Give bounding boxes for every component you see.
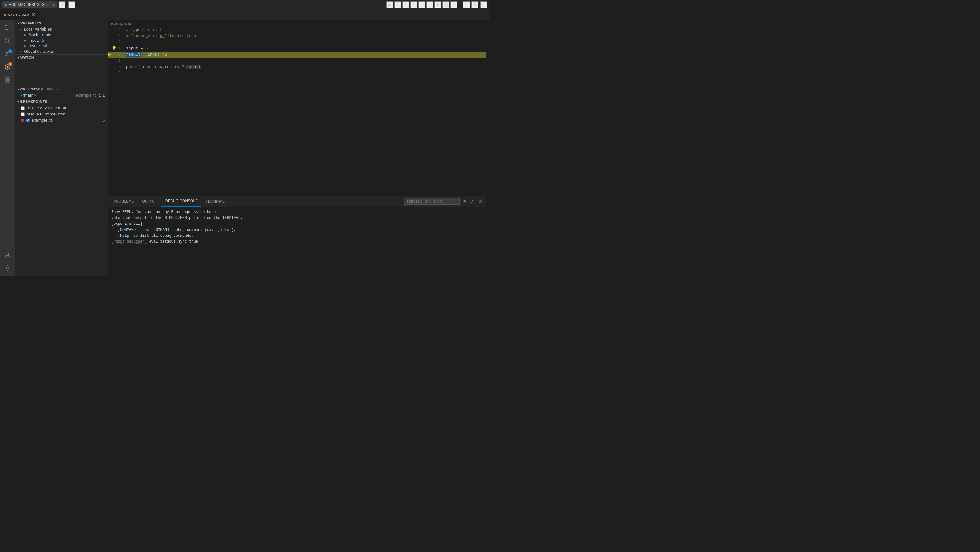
bp-rescue-runtime: rescue RuntimeError (15, 111, 108, 117)
console-line-2: Note that output to the STDOUT/ERR print… (111, 215, 483, 221)
tab-debug-console[interactable]: DEBUG CONSOLE (161, 196, 201, 207)
activity-settings[interactable] (2, 262, 13, 274)
square-icon[interactable]: ⬜ (442, 1, 450, 8)
gutter-2b: 2 (108, 64, 123, 70)
local-variables-label: Local variables (24, 27, 52, 32)
breadcrumb-filename: example.rb (111, 21, 132, 25)
var-input-arrow-icon: ▶ (24, 39, 27, 42)
tab-dot: ● (4, 13, 6, 16)
variables-section: ▾ VARIABLES ▾ Local variables ▶ %self: m… (15, 20, 108, 54)
code-content-2a (123, 39, 486, 45)
run-debug-label: RUN AND DEBUG (9, 2, 40, 7)
gutter-3b: 3 (108, 70, 123, 76)
activity-search[interactable] (2, 35, 13, 47)
run-debug-play-icon: ▶ (5, 3, 7, 7)
run-debug-badge: 1 (8, 62, 12, 67)
code-content-1b (123, 58, 486, 64)
svg-point-16 (6, 253, 9, 255)
activity-explorer[interactable] (2, 22, 13, 34)
global-chevron-icon: ▶ (20, 50, 23, 53)
svg-rect-15 (8, 80, 10, 82)
dropdown-chevron-icon: ▾ (53, 3, 54, 6)
sidebar: ▾ VARIABLES ▾ Local variables ▶ %self: m… (15, 20, 108, 276)
title-bar: ▶ RUN AND DEBUG Script ▾ ⚙ ··· ▶ ↻ ⬇ ⬆ ↩… (0, 0, 490, 9)
svg-point-17 (6, 267, 8, 269)
code-line-1: 💡 1 input = 5 (108, 45, 486, 52)
step-into-icon[interactable]: ⬇ (402, 1, 410, 8)
gutter-2a: 2 (108, 39, 123, 45)
step-out-icon[interactable]: ⬆ (410, 1, 418, 8)
callstack-header[interactable]: ▾ CALL STACK BP · Line (15, 86, 108, 93)
chevron-down-icon[interactable]: ▾ (450, 1, 458, 8)
filter-input[interactable] (404, 198, 460, 205)
local-variables-group[interactable]: ▾ Local variables (15, 27, 108, 32)
var-self-arrow-icon: ▶ (24, 33, 27, 36)
layout-icon[interactable]: ⬚ (463, 1, 470, 8)
tab-close-icon[interactable]: ✕ (32, 12, 35, 17)
svg-rect-13 (8, 78, 10, 80)
callstack-chevron-icon: ▾ (17, 87, 19, 91)
activity-account[interactable] (2, 249, 13, 260)
variables-chevron-icon: ▾ (17, 21, 19, 25)
restart-icon[interactable]: ↩ (418, 1, 426, 8)
gutter-1b: 1 (108, 58, 123, 64)
panel-content[interactable]: Ruby REPL: You can run any Ruby expressi… (108, 207, 486, 276)
callstack-main[interactable]: <main> example.rb 5:1 (15, 93, 108, 98)
gutter-3: 3 (108, 33, 123, 39)
bp-rescue-runtime-label: rescue RuntimeError (27, 112, 65, 116)
script-dropdown[interactable]: Script (42, 2, 52, 7)
bp-rescue-any-checkbox[interactable] (21, 106, 25, 110)
code-line-5-active: ▶ 5 result = input++2 (108, 52, 486, 58)
continue-icon[interactable]: ▶ (386, 1, 394, 8)
panel-list-icon[interactable]: ≡ (462, 198, 467, 205)
breakpoints-label: BREAKPOINTS (21, 100, 48, 104)
tab-problems[interactable]: PROBLEMS (110, 196, 138, 207)
code-editor[interactable]: 4 # typed: strict 3 # frozen_string_lite… (108, 27, 486, 196)
disconnect-icon[interactable]: ⏹ (434, 1, 442, 8)
var-input-name: input: (29, 38, 39, 43)
variables-header[interactable]: ▾ VARIABLES (15, 20, 108, 27)
watch-header[interactable]: ▾ WATCH (15, 55, 108, 61)
tab-terminal[interactable]: TERMINAL (202, 196, 228, 207)
panel-expand-icon[interactable]: ∧ (469, 198, 475, 205)
code-line-2b: 2 puts "Input squared is #{result}" (108, 64, 486, 70)
panel-close-icon[interactable]: ✕ (478, 198, 484, 205)
tab-output[interactable]: OUTPUT (138, 196, 161, 207)
panel-tabs: PROBLEMS OUTPUT DEBUG CONSOLE TERMINAL ≡… (108, 196, 486, 207)
var-result[interactable]: ▶ result: nil (15, 43, 108, 49)
var-input-value: 5 (42, 38, 44, 43)
lightbulb-icon: 💡 (112, 46, 116, 51)
bp-example-rb-checkbox[interactable] (26, 119, 30, 122)
bp-rescue-runtime-checkbox[interactable] (21, 113, 25, 116)
callstack-label: CALL STACK (21, 87, 43, 91)
stop-icon[interactable]: ↪ (426, 1, 434, 8)
ellipsis-icon[interactable]: ··· (480, 1, 488, 8)
run-debug-button[interactable]: ▶ RUN AND DEBUG Script ▾ (2, 1, 57, 8)
activity-run-debug[interactable]: 1 (2, 62, 13, 73)
tab-example-rb[interactable]: ● example.rb ✕ (0, 9, 39, 20)
var-self[interactable]: ▶ %self: main (15, 32, 108, 38)
settings-icon[interactable]: ⚙ (59, 1, 66, 8)
var-input[interactable]: ▶ input: 5 (15, 38, 108, 43)
tab-filename: example.rb (8, 12, 29, 17)
svg-point-11 (5, 67, 6, 68)
svg-point-4 (5, 39, 9, 42)
global-variables-group[interactable]: ▶ Global variables (15, 49, 108, 54)
code-content-2b: puts "Input squared is #{result}" (123, 64, 486, 70)
split-icon[interactable]: ⧉ (471, 1, 479, 8)
local-chevron-icon: ▾ (20, 28, 23, 31)
activity-extensions[interactable] (2, 75, 13, 86)
svg-rect-12 (5, 78, 7, 80)
activity-source-control[interactable]: 2 (2, 48, 13, 60)
console-line-4: `,COMMAND` runs `COMMAND` debug command … (111, 227, 483, 233)
step-over-icon[interactable]: ↻ (394, 1, 402, 8)
bp-rescue-any-label: rescue any exception (27, 106, 66, 110)
more-icon[interactable]: ··· (68, 1, 75, 8)
source-control-badge: 2 (8, 49, 12, 53)
tab-debug-console-label: DEBUG CONSOLE (165, 199, 197, 203)
breakpoints-header[interactable]: ▾ BREAKPOINTS (15, 98, 108, 105)
tab-output-label: OUTPUT (142, 199, 157, 203)
svg-line-5 (8, 42, 10, 44)
var-result-arrow-icon: ▶ (24, 44, 27, 48)
console-line-1: Ruby REPL: You can run any Ruby expressi… (111, 209, 483, 215)
